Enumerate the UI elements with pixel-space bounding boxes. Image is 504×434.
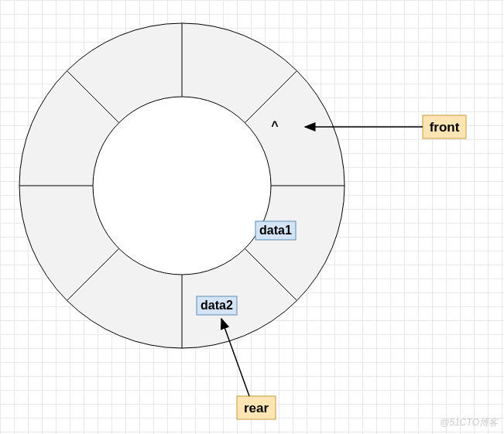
circular-queue-diagram: ^ data1 data2 front rear — [0, 0, 504, 434]
inner-hole — [93, 97, 271, 275]
rear-label-text: rear — [244, 401, 269, 415]
front-caret: ^ — [271, 119, 278, 132]
watermark: @51CTO博客 — [440, 416, 498, 429]
data1-text: data1 — [259, 224, 292, 237]
front-label-text: front — [430, 120, 460, 135]
data2-text: data2 — [201, 299, 233, 312]
